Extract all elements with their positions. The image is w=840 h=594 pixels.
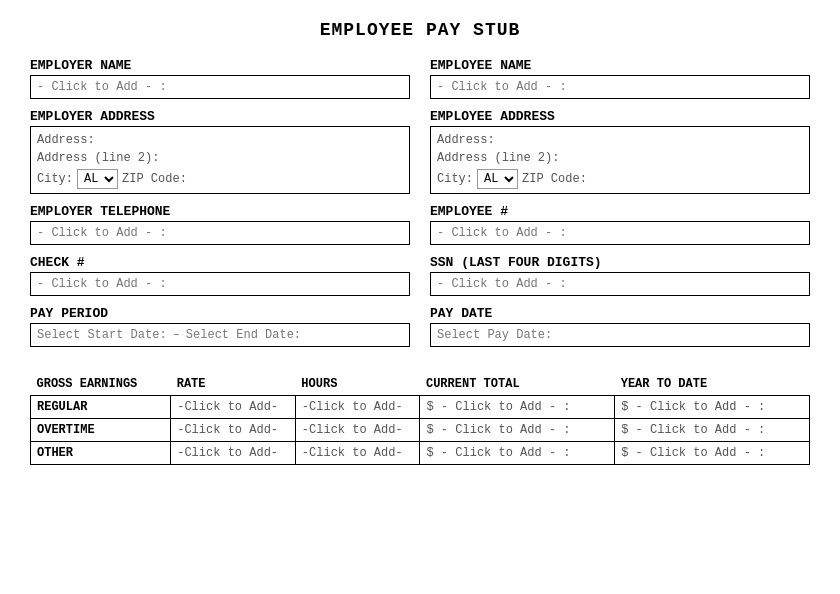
employee-name-input[interactable] — [430, 75, 810, 99]
employee-num-label: EMPLOYEE # — [430, 204, 810, 219]
employee-num-group: EMPLOYEE # — [430, 204, 810, 245]
employer-address-box: Address: Address (line 2): City: ALAKAZA… — [30, 126, 410, 194]
pay-period-dash: – — [173, 328, 180, 342]
ssn-group: SSN (LAST FOUR DIGITS) — [430, 255, 810, 296]
pay-period-box[interactable]: Select Start Date: – Select End Date: — [30, 323, 410, 347]
earnings-current-1[interactable]: $ - Click to Add - : — [420, 419, 615, 442]
employee-name-label: EMPLOYEE NAME — [430, 58, 810, 73]
earnings-section: GROSS EARNINGS RATE HOURS CURRENT TOTAL … — [30, 373, 810, 465]
col-header-current: CURRENT TOTAL — [420, 373, 615, 396]
ssn-input[interactable] — [430, 272, 810, 296]
col-header-gross: GROSS EARNINGS — [31, 373, 171, 396]
earnings-rate-0[interactable]: -Click to Add- — [171, 396, 296, 419]
pay-date-placeholder: Select Pay Date: — [437, 328, 552, 342]
employer-tel-group: EMPLOYER TELEPHONE — [30, 204, 410, 245]
employer-state-select[interactable]: ALAKAZARCA COCTDEFLGA HIIDILINIA KSKYLAM… — [77, 169, 118, 189]
pay-period-end-label: Select End Date: — [186, 328, 301, 342]
pay-period-start-label: Select Start Date: — [37, 328, 167, 342]
employee-state-select[interactable]: ALAKAZARCA COCTDEFLGA HIIDILINIA KSKYLAM… — [477, 169, 518, 189]
employee-zip-label: ZIP Code: — [522, 172, 587, 186]
earnings-ytd-1[interactable]: $ - Click to Add - : — [615, 419, 810, 442]
check-num-group: CHECK # — [30, 255, 410, 296]
employee-city-label: City: — [437, 172, 473, 186]
employer-name-input[interactable] — [30, 75, 410, 99]
col-header-hours: HOURS — [295, 373, 420, 396]
employee-name-group: EMPLOYEE NAME — [430, 58, 810, 99]
table-row: OVERTIME-Click to Add--Click to Add-$ - … — [31, 419, 810, 442]
employee-address-label: EMPLOYEE ADDRESS — [430, 109, 810, 124]
earnings-label-1: OVERTIME — [31, 419, 171, 442]
employer-name-label: EMPLOYER NAME — [30, 58, 410, 73]
earnings-rate-2[interactable]: -Click to Add- — [171, 442, 296, 465]
earnings-hours-0[interactable]: -Click to Add- — [295, 396, 420, 419]
earnings-label-2: OTHER — [31, 442, 171, 465]
earnings-ytd-0[interactable]: $ - Click to Add - : — [615, 396, 810, 419]
employer-tel-label: EMPLOYER TELEPHONE — [30, 204, 410, 219]
employer-address-group: EMPLOYER ADDRESS Address: Address (line … — [30, 109, 410, 194]
employee-address-line1: Address: — [437, 131, 803, 149]
employer-name-group: EMPLOYER NAME — [30, 58, 410, 99]
earnings-hours-2[interactable]: -Click to Add- — [295, 442, 420, 465]
pay-period-group: PAY PERIOD Select Start Date: – Select E… — [30, 306, 410, 347]
table-row: OTHER-Click to Add--Click to Add-$ - Cli… — [31, 442, 810, 465]
employee-num-input[interactable] — [430, 221, 810, 245]
earnings-current-2[interactable]: $ - Click to Add - : — [420, 442, 615, 465]
employer-tel-input[interactable] — [30, 221, 410, 245]
pay-date-label: PAY DATE — [430, 306, 810, 321]
earnings-label-0: REGULAR — [31, 396, 171, 419]
page-title: EMPLOYEE PAY STUB — [30, 20, 810, 40]
check-num-input[interactable] — [30, 272, 410, 296]
earnings-rate-1[interactable]: -Click to Add- — [171, 419, 296, 442]
earnings-hours-1[interactable]: -Click to Add- — [295, 419, 420, 442]
ssn-label: SSN (LAST FOUR DIGITS) — [430, 255, 810, 270]
employer-zip-label: ZIP Code: — [122, 172, 187, 186]
pay-date-group: PAY DATE Select Pay Date: — [430, 306, 810, 347]
employee-address-group: EMPLOYEE ADDRESS Address: Address (line … — [430, 109, 810, 194]
employer-city-label: City: — [37, 172, 73, 186]
employee-address-line2: Address (line 2): — [437, 149, 803, 167]
employer-address-line2: Address (line 2): — [37, 149, 403, 167]
col-header-rate: RATE — [171, 373, 296, 396]
pay-date-box[interactable]: Select Pay Date: — [430, 323, 810, 347]
table-row: REGULAR-Click to Add--Click to Add-$ - C… — [31, 396, 810, 419]
employee-address-box: Address: Address (line 2): City: ALAKAZA… — [430, 126, 810, 194]
pay-period-label: PAY PERIOD — [30, 306, 410, 321]
employer-address-line1: Address: — [37, 131, 403, 149]
check-num-label: CHECK # — [30, 255, 410, 270]
earnings-ytd-2[interactable]: $ - Click to Add - : — [615, 442, 810, 465]
earnings-current-0[interactable]: $ - Click to Add - : — [420, 396, 615, 419]
employer-address-label: EMPLOYER ADDRESS — [30, 109, 410, 124]
earnings-table: GROSS EARNINGS RATE HOURS CURRENT TOTAL … — [30, 373, 810, 465]
col-header-ytd: YEAR TO DATE — [615, 373, 810, 396]
